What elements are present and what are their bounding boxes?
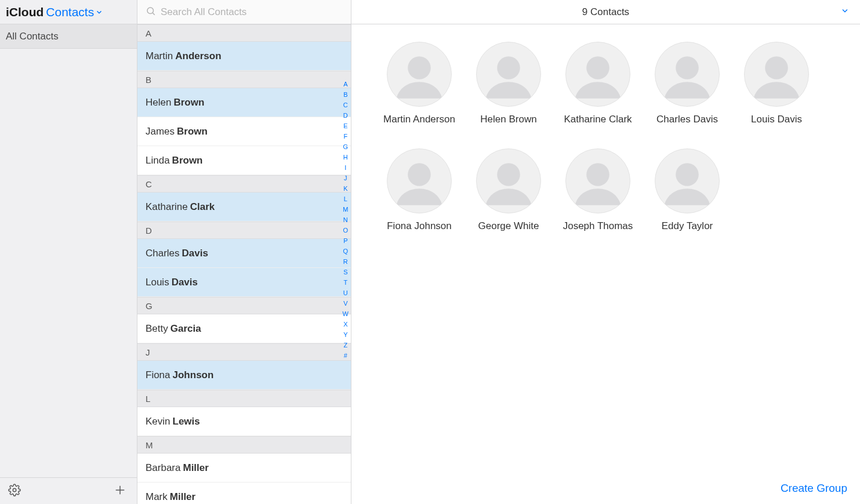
sidebar-item-label: All Contacts <box>6 31 59 42</box>
contact-last-name: Miller <box>170 491 195 503</box>
alpha-index-letter[interactable]: T <box>343 280 349 286</box>
contact-first-name: Charles <box>146 248 180 259</box>
alpha-index-letter[interactable]: D <box>343 113 349 119</box>
contact-row[interactable]: BettyGarcia <box>137 314 351 343</box>
sidebar: iCloud Contacts All Contacts <box>0 0 137 504</box>
avatar <box>655 148 720 213</box>
alpha-index-letter[interactable]: # <box>343 353 349 359</box>
detail-header: 9 Contacts <box>351 0 860 24</box>
chevron-down-icon[interactable] <box>840 6 850 18</box>
contact-first-name: Linda <box>146 155 170 166</box>
alpha-index-letter[interactable]: L <box>343 196 349 202</box>
contact-last-name: Davis <box>172 277 198 288</box>
section-header: B <box>137 71 351 88</box>
contact-card[interactable]: Katharine Clark <box>564 42 632 125</box>
contact-row[interactable]: LouisDavis <box>137 268 351 297</box>
alpha-index-letter[interactable]: Z <box>343 342 349 349</box>
alpha-index-letter[interactable]: C <box>343 102 349 108</box>
alpha-index-letter[interactable]: W <box>343 311 349 317</box>
search-input[interactable] <box>161 6 343 18</box>
alpha-index-letter[interactable]: N <box>343 217 349 223</box>
alpha-index-letter[interactable]: G <box>343 144 349 150</box>
alpha-index-letter[interactable]: M <box>343 206 349 213</box>
contact-first-name: Louis <box>146 277 169 288</box>
alpha-index-letter[interactable]: S <box>343 269 349 275</box>
contact-card[interactable]: Eddy Taylor <box>655 148 720 232</box>
contact-card-name: Katharine Clark <box>564 114 632 125</box>
avatar <box>744 42 809 107</box>
contact-row[interactable]: FionaJohnson <box>137 361 351 390</box>
alpha-index-letter[interactable]: P <box>343 238 349 244</box>
alpha-index-letter[interactable]: X <box>343 321 349 328</box>
alpha-index-letter[interactable]: H <box>343 154 349 161</box>
avatar <box>565 42 630 107</box>
contact-last-name: Clark <box>190 201 215 213</box>
svg-point-5 <box>408 56 431 79</box>
contact-card[interactable]: Louis Davis <box>744 42 809 125</box>
alpha-index-letter[interactable]: V <box>343 300 349 307</box>
contact-row[interactable]: MartinAnderson <box>137 42 351 71</box>
alpha-index-letter[interactable]: B <box>343 92 349 98</box>
section-header: M <box>137 436 351 454</box>
contact-last-name: Johnson <box>173 369 214 381</box>
contact-card-name: Joseph Thomas <box>563 220 633 232</box>
svg-point-8 <box>676 56 699 79</box>
avatar <box>476 42 541 107</box>
contact-last-name: Brown <box>177 126 208 137</box>
contact-row[interactable]: LindaBrown <box>137 146 351 175</box>
contact-row[interactable]: KevinLewis <box>137 407 351 436</box>
contact-card[interactable]: Charles Davis <box>655 42 720 125</box>
contact-last-name: Lewis <box>173 416 200 427</box>
contact-grid: Martin Anderson Helen Brown Katharine Cl… <box>351 24 860 249</box>
svg-point-3 <box>147 8 154 14</box>
alpha-index-letter[interactable]: U <box>343 290 349 296</box>
contact-card[interactable]: Joseph Thomas <box>563 148 633 232</box>
create-group-button[interactable]: Create Group <box>781 482 847 495</box>
contact-row[interactable]: BarbaraMiller <box>137 454 351 483</box>
alpha-index[interactable]: ABCDEFGHIJKLMNOPQRSTUVWXYZ# <box>343 81 349 359</box>
contact-row[interactable]: KatharineClark <box>137 193 351 222</box>
alpha-index-letter[interactable]: K <box>343 186 349 192</box>
contact-first-name: Mark <box>146 491 168 503</box>
alpha-index-letter[interactable]: I <box>343 165 349 171</box>
contact-row[interactable]: CharlesDavis <box>137 239 351 268</box>
gear-icon[interactable] <box>8 484 21 499</box>
chevron-down-icon <box>95 5 103 19</box>
svg-point-0 <box>13 488 16 492</box>
section-header: L <box>137 390 351 407</box>
contact-last-name: Anderson <box>175 50 221 62</box>
contact-row[interactable]: JamesBrown <box>137 117 351 146</box>
svg-point-6 <box>497 56 520 79</box>
alpha-index-letter[interactable]: F <box>343 133 349 140</box>
contact-card[interactable]: Martin Anderson <box>383 42 455 125</box>
contact-last-name: Brown <box>172 155 203 166</box>
alpha-index-letter[interactable]: R <box>343 259 349 265</box>
contact-first-name: Kevin <box>146 416 170 427</box>
alpha-index-letter[interactable]: O <box>343 227 349 234</box>
svg-point-9 <box>765 56 788 79</box>
contact-first-name: Helen <box>146 97 171 108</box>
contact-row[interactable]: MarkMiller <box>137 483 351 504</box>
contact-card[interactable]: George White <box>476 148 541 232</box>
sidebar-item-all-contacts[interactable]: All Contacts <box>0 24 137 49</box>
svg-line-4 <box>153 13 154 14</box>
contact-card[interactable]: Helen Brown <box>476 42 541 125</box>
alpha-index-letter[interactable]: E <box>343 123 349 129</box>
plus-icon[interactable] <box>114 484 126 499</box>
contact-first-name: James <box>146 126 175 137</box>
svg-point-12 <box>586 163 609 186</box>
alpha-index-letter[interactable]: A <box>343 81 349 88</box>
alpha-index-letter[interactable]: Q <box>343 248 349 255</box>
alpha-index-letter[interactable]: J <box>343 175 349 182</box>
brand-app: Contacts <box>46 5 94 19</box>
contact-first-name: Barbara <box>146 462 180 474</box>
avatar <box>655 42 720 107</box>
search-icon <box>146 6 156 19</box>
app-switcher[interactable]: iCloud Contacts <box>0 0 137 24</box>
contact-card[interactable]: Fiona Johnson <box>387 148 452 232</box>
contact-list[interactable]: AMartinAndersonBHelenBrownJamesBrownLind… <box>137 24 351 504</box>
alpha-index-letter[interactable]: Y <box>343 332 349 338</box>
contact-row[interactable]: HelenBrown <box>137 88 351 117</box>
section-header: A <box>137 24 351 42</box>
section-header: J <box>137 343 351 361</box>
